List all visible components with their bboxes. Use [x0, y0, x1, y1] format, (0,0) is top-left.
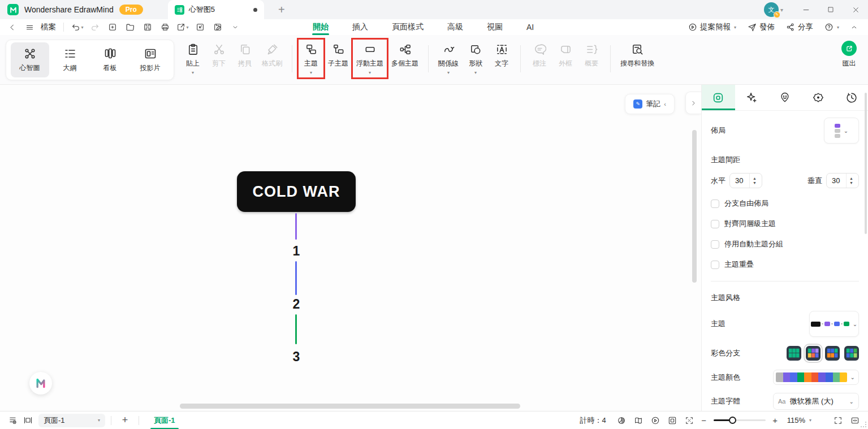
paste-button[interactable]: 貼上 ▾: [180, 41, 206, 75]
panel-collapse-button[interactable]: [685, 92, 701, 114]
zoom-level[interactable]: 115%: [787, 416, 805, 424]
format-painter-button[interactable]: 格式刷: [258, 41, 286, 68]
vertical-spacing-stepper[interactable]: ▲▼: [826, 173, 859, 188]
account-menu[interactable]: 文 ✎ ▾: [764, 2, 783, 17]
horizontal-spacing-input[interactable]: [730, 176, 749, 185]
back-button[interactable]: [5, 20, 19, 34]
theme-font-dropdown[interactable]: Aa 微软雅黑 (大) ⌄: [773, 393, 859, 410]
outer-frame-button[interactable]: 外框: [552, 41, 578, 68]
undo-button[interactable]: ▾: [70, 20, 85, 34]
tab-ai-effects[interactable]: [735, 85, 768, 110]
callout-button[interactable]: 標注: [526, 41, 552, 68]
view-mode-mindmap[interactable]: 心智圖: [11, 42, 49, 77]
checkbox-icon[interactable]: [711, 240, 719, 249]
tab-stickers[interactable]: [768, 85, 802, 110]
share-button[interactable]: 分享: [781, 21, 818, 33]
relationship-button[interactable]: 關係線 ▾: [434, 41, 463, 75]
notes-button[interactable]: ✎ 筆記 ‹: [625, 94, 675, 114]
page-tab-1[interactable]: 頁面-1: [145, 411, 184, 429]
help-button[interactable]: ▾: [820, 21, 844, 33]
tab-history[interactable]: [835, 85, 868, 110]
branch-color-option-4[interactable]: [844, 346, 859, 361]
close-button[interactable]: [843, 0, 868, 19]
new-tab-button[interactable]: +: [274, 3, 289, 16]
view-mode-kanban[interactable]: 看板: [91, 42, 129, 77]
layout-dropdown[interactable]: ⌄: [824, 118, 859, 144]
open-file-button[interactable]: [123, 20, 137, 34]
vertical-scrollbar[interactable]: [692, 130, 697, 283]
cut-button[interactable]: 剪下: [206, 41, 232, 68]
checkbox-disable-auto-grouping[interactable]: 停用自動主題分組: [711, 239, 859, 249]
publish-button[interactable]: 發佈: [743, 21, 779, 33]
theme-colors-dropdown[interactable]: ⌄: [773, 370, 859, 385]
checkbox-icon[interactable]: [711, 200, 719, 208]
pie-progress-icon[interactable]: [614, 414, 629, 427]
tab-themes[interactable]: [801, 85, 835, 110]
document-tab[interactable]: 心智图5: [168, 0, 264, 19]
tab-topic-style[interactable]: [702, 85, 735, 110]
menu-ai[interactable]: AI: [515, 19, 546, 35]
subtopic-button[interactable]: 子主題: [324, 41, 352, 68]
collapse-ribbon-button[interactable]: [846, 23, 862, 32]
add-page-button[interactable]: +: [117, 414, 133, 426]
checkbox-free-branch-layout[interactable]: 分支自由佈局: [711, 198, 859, 209]
zoom-slider-thumb[interactable]: [729, 417, 736, 424]
map-view-icon[interactable]: [631, 414, 646, 427]
branch-topic-1[interactable]: 1: [285, 244, 308, 259]
play-presentation-icon[interactable]: [648, 414, 663, 427]
export-button[interactable]: 匯出: [841, 41, 857, 68]
view-mode-slides[interactable]: 投影片: [131, 42, 170, 77]
print-button[interactable]: [158, 20, 172, 34]
new-document-button[interactable]: [105, 20, 120, 34]
checkbox-topic-overlap[interactable]: 主題重疊: [711, 259, 859, 270]
file-menu[interactable]: 檔案: [40, 22, 57, 32]
checkbox-align-same-level[interactable]: 對齊同層級主題: [711, 219, 859, 229]
vertical-spacing-input[interactable]: [827, 176, 846, 185]
menu-advanced[interactable]: 高級: [435, 19, 475, 35]
copy-button[interactable]: 拷貝: [232, 41, 258, 68]
branch-topic-2[interactable]: 2: [285, 297, 308, 312]
redo-button[interactable]: [88, 20, 102, 34]
fit-frame-icon[interactable]: [665, 414, 680, 427]
minimize-button[interactable]: [793, 0, 818, 19]
import-button[interactable]: [193, 20, 208, 34]
shape-button[interactable]: 形狀 ▾: [463, 41, 489, 75]
branch-color-option-1[interactable]: [787, 346, 801, 361]
floating-topic-button[interactable]: 浮動主題 ▾: [352, 41, 387, 75]
zoom-out-button[interactable]: −: [699, 415, 709, 425]
outline-panel-icon[interactable]: [6, 414, 20, 427]
multiple-topics-button[interactable]: 多個主題: [387, 41, 422, 68]
horizontal-spacing-stepper[interactable]: ▲▼: [729, 173, 762, 188]
save-as-button[interactable]: [210, 20, 225, 34]
presentation-button[interactable]: 提案簡報 ▾: [684, 21, 741, 33]
menu-view[interactable]: 視圖: [475, 19, 515, 35]
edrawmind-logo-badge[interactable]: [29, 372, 52, 395]
page-frame-icon[interactable]: [20, 414, 35, 427]
text-button[interactable]: 文字: [489, 41, 515, 68]
summary-button[interactable]: 概要: [578, 41, 604, 68]
root-topic-node[interactable]: COLD WAR: [237, 171, 356, 212]
branch-color-option-2[interactable]: [806, 346, 821, 361]
checkbox-icon[interactable]: [711, 261, 719, 269]
menu-home[interactable]: 開始: [301, 19, 340, 35]
page-selector-dropdown[interactable]: 頁面-1 ▾: [38, 414, 105, 427]
menu-insert[interactable]: 插入: [340, 19, 380, 35]
topic-button[interactable]: 主題 ▾: [298, 41, 324, 75]
theme-dropdown[interactable]: ⌄: [809, 311, 859, 337]
horizontal-scrollbar[interactable]: [180, 404, 520, 409]
stepper-arrows-icon[interactable]: ▲▼: [749, 174, 759, 188]
save-button[interactable]: [140, 20, 155, 34]
find-replace-button[interactable]: 搜尋和替換: [616, 41, 658, 68]
menu-page-style[interactable]: 頁面樣式: [380, 19, 435, 35]
stepper-arrows-icon[interactable]: ▲▼: [846, 174, 856, 188]
hamburger-menu-icon[interactable]: [22, 20, 37, 34]
resize-grip[interactable]: [861, 422, 866, 427]
canvas[interactable]: ✎ 筆記 ‹ COLD WAR 1 2 3: [0, 85, 701, 411]
export-quick-button[interactable]: ▾: [175, 20, 190, 34]
collapse-qat-chevron-icon[interactable]: [228, 20, 243, 34]
zoom-in-button[interactable]: +: [770, 415, 780, 425]
zoom-slider[interactable]: [714, 419, 766, 421]
branch-topic-3[interactable]: 3: [285, 349, 308, 365]
view-mode-outline[interactable]: 大綱: [51, 42, 89, 77]
branch-color-option-3[interactable]: [825, 346, 840, 361]
